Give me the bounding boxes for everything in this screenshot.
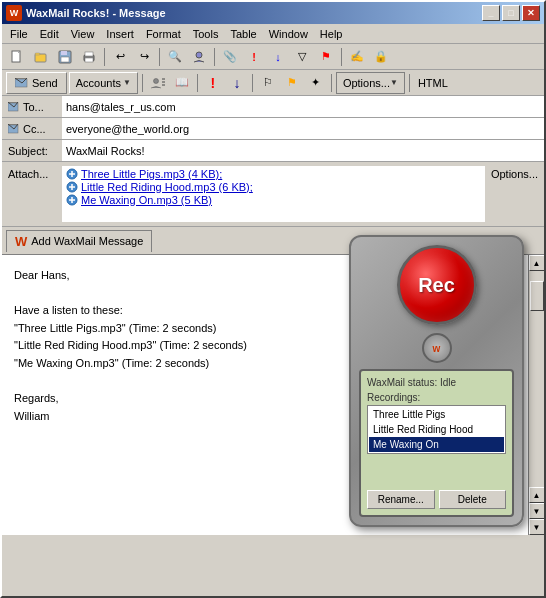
separator-9 (409, 74, 410, 92)
subject-row: Subject: (2, 140, 544, 162)
scroll-page-down-button[interactable]: ▼ (529, 503, 545, 519)
wax-recording-3[interactable]: Me Waxing On (369, 437, 504, 452)
address-button[interactable] (188, 46, 210, 68)
menu-window[interactable]: Window (263, 26, 314, 42)
cc-row: Cc... (2, 118, 544, 140)
wax-action-buttons: Rename... Delete (367, 490, 506, 509)
search-button[interactable]: 🔍 (164, 46, 186, 68)
rename-button[interactable]: Rename... (367, 490, 435, 509)
flag2-button[interactable]: ⚑ (281, 72, 303, 94)
minimize-button[interactable]: _ (482, 5, 500, 21)
subject-input[interactable] (62, 140, 544, 161)
subject-label: Subject: (2, 145, 62, 157)
attachment-1[interactable]: Three Little Pigs.mp3 (4 KB); (66, 168, 481, 180)
encrypt-button[interactable]: 🔒 (370, 46, 392, 68)
separator-6 (197, 74, 198, 92)
svg-rect-3 (35, 53, 40, 55)
wax-recordings-list: Three Little Pigs Little Red Riding Hood… (367, 405, 506, 454)
open-button[interactable] (30, 46, 52, 68)
window-title: WaxMail Rocks! - Message (26, 7, 482, 19)
menu-view[interactable]: View (65, 26, 101, 42)
wax-recordings-label: Recordings: (367, 392, 506, 403)
toolbar-1: ↩ ↪ 🔍 📎 ! ↓ ▽ ⚑ ✍ 🔒 (2, 44, 544, 70)
priority-high-button[interactable]: ! (243, 46, 265, 68)
flag-button[interactable]: ⚑ (315, 46, 337, 68)
menu-table[interactable]: Table (224, 26, 262, 42)
accounts-button[interactable]: Accounts ▼ (69, 72, 138, 94)
menu-tools[interactable]: Tools (187, 26, 225, 42)
waxmail-tab[interactable]: W Add WaxMail Message (6, 230, 152, 252)
scroll-thumb[interactable] (530, 281, 544, 311)
delete-button[interactable]: Delete (439, 490, 507, 509)
menu-edit[interactable]: Edit (34, 26, 65, 42)
undo-button[interactable]: ↩ (109, 46, 131, 68)
print-button[interactable] (78, 46, 100, 68)
waxmail-tab-label: Add WaxMail Message (31, 235, 143, 247)
waxmail-tab-icon: W (15, 234, 27, 249)
separator-1 (104, 48, 105, 66)
html-label: HTML (414, 77, 452, 89)
separator-2 (159, 48, 160, 66)
sign-button[interactable]: ✍ (346, 46, 368, 68)
svg-point-10 (196, 52, 202, 58)
attach-row: Attach... Three Little Pigs.mp3 (4 KB); … (2, 162, 544, 227)
separator-5 (142, 74, 143, 92)
filter-button[interactable]: ▽ (291, 46, 313, 68)
filter2-button[interactable]: ⚐ (257, 72, 279, 94)
waxmail-widget: Rec w WaxMail status: Idle Recordings: T… (349, 235, 524, 527)
menu-help[interactable]: Help (314, 26, 349, 42)
to-label: To... (2, 101, 62, 113)
exclamation-button[interactable]: ! (202, 72, 224, 94)
main-window: W WaxMail Rocks! - Message _ □ ✕ File Ed… (0, 0, 546, 598)
attach-button[interactable]: 📎 (219, 46, 241, 68)
svg-point-13 (153, 78, 158, 83)
header-fields: To... Cc... Subject: Attach... Three Lit… (2, 96, 544, 227)
options-dropdown-arrow: ▼ (390, 78, 398, 87)
arrow-down-button[interactable]: ↓ (226, 72, 248, 94)
close-button[interactable]: ✕ (522, 5, 540, 21)
maximize-button[interactable]: □ (502, 5, 520, 21)
attach-label: Attach... (2, 166, 62, 180)
scroll-page-up-button[interactable]: ▲ (529, 487, 545, 503)
menu-format[interactable]: Format (140, 26, 187, 42)
options-button[interactable]: Options... ▼ (336, 72, 405, 94)
rec-button[interactable]: Rec (397, 245, 477, 325)
accounts-label: Accounts (76, 77, 121, 89)
contacts-button[interactable] (147, 72, 169, 94)
attachment-3[interactable]: Me Waxing On.mp3 (5 KB) (66, 194, 481, 206)
wax-screen: WaxMail status: Idle Recordings: Three L… (359, 369, 514, 517)
priority-low-button[interactable]: ↓ (267, 46, 289, 68)
svg-rect-5 (61, 51, 67, 55)
to-row: To... (2, 96, 544, 118)
window-controls: _ □ ✕ (482, 5, 540, 21)
scroll-up-button[interactable]: ▲ (529, 255, 545, 271)
content-area: Dear Hans, Have a listen to these: "Thre… (2, 255, 544, 535)
svg-rect-9 (85, 58, 93, 62)
wax-recording-1[interactable]: Three Little Pigs (369, 407, 504, 422)
wax-status-text: WaxMail status: Idle (367, 377, 506, 388)
more-button[interactable]: ✦ (305, 72, 327, 94)
attach-files-list: Three Little Pigs.mp3 (4 KB); Little Red… (62, 166, 485, 222)
separator-3 (214, 48, 215, 66)
to-input[interactable] (62, 96, 544, 117)
address-book-button[interactable]: 📖 (171, 72, 193, 94)
cc-label: Cc... (2, 123, 62, 135)
menu-file[interactable]: File (4, 26, 34, 42)
wax-recording-2[interactable]: Little Red Riding Hood (369, 422, 504, 437)
attachment-2[interactable]: Little Red Riding Hood.mp3 (6 KB); (66, 181, 481, 193)
save-button[interactable] (54, 46, 76, 68)
separator-8 (331, 74, 332, 92)
menu-insert[interactable]: Insert (100, 26, 140, 42)
cc-input[interactable] (62, 118, 544, 139)
attach-options-button[interactable]: Options... (485, 166, 544, 182)
redo-button[interactable]: ↪ (133, 46, 155, 68)
new-button[interactable] (6, 46, 28, 68)
accounts-dropdown-arrow: ▼ (123, 78, 131, 87)
wax-logo-button[interactable]: w (422, 333, 452, 363)
scroll-track[interactable] (529, 271, 544, 487)
scroll-down-button[interactable]: ▼ (529, 519, 545, 535)
options-label: Options... (343, 77, 390, 89)
svg-rect-8 (85, 52, 93, 56)
menu-bar: File Edit View Insert Format Tools Table… (2, 24, 544, 44)
send-button[interactable]: Send (6, 72, 67, 94)
